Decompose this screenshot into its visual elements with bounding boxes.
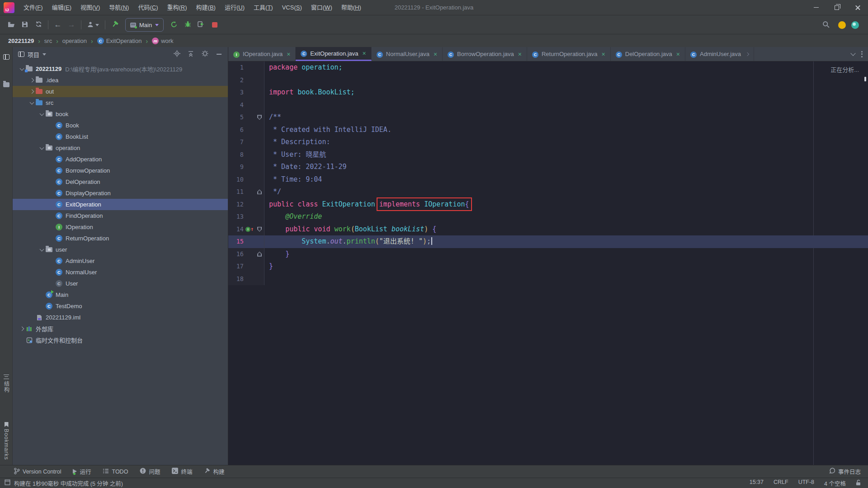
tree-item[interactable]: 外部库 <box>13 323 228 334</box>
stripe-bookmarks-tab[interactable]: Bookmarks <box>0 422 13 460</box>
editor-tab-ioperation-java[interactable]: IIOperation.java× <box>228 47 296 61</box>
minimize-button[interactable] <box>806 0 826 15</box>
code-line[interactable]: 13 @Override <box>228 211 868 223</box>
tree-item[interactable]: src <box>13 97 228 108</box>
stripe-project-tab[interactable] <box>0 54 13 60</box>
status-segment[interactable]: 15:37 <box>750 479 764 488</box>
tool-window-button-todo[interactable]: TODO <box>103 467 128 476</box>
close-button[interactable] <box>847 0 868 15</box>
collapse-all-button[interactable] <box>185 49 196 60</box>
code-line[interactable]: 6 * Created with IntelliJ IDEA. <box>228 124 868 136</box>
panel-settings-button[interactable] <box>199 49 210 60</box>
code-line[interactable]: 3import book.BookList; <box>228 86 868 99</box>
tree-expand-arrow[interactable] <box>38 249 45 251</box>
tab-close-icon[interactable]: × <box>518 51 522 57</box>
build-project-button[interactable] <box>108 18 122 32</box>
profile-avatar-icon[interactable] <box>838 21 846 29</box>
fold-marker-icon[interactable] <box>257 227 262 232</box>
tree-item[interactable]: CAdminUser <box>13 255 228 267</box>
stripe-structure-tab[interactable]: 结构 <box>0 375 13 393</box>
tree-expand-arrow[interactable] <box>28 79 35 82</box>
tree-item[interactable]: user <box>13 244 228 255</box>
run-configuration-select[interactable]: Main <box>125 18 164 32</box>
code-line[interactable]: 1package operation; <box>228 61 868 74</box>
status-segment[interactable]: CRLF <box>774 479 788 488</box>
tab-close-icon[interactable]: × <box>363 50 366 56</box>
code-line[interactable]: 7 * Description: <box>228 136 868 149</box>
editor-tab-returnoperation-java[interactable]: CReturnOperation.java× <box>527 47 611 61</box>
code-line[interactable]: 8 * User: 晓星航 <box>228 149 868 161</box>
tree-item[interactable]: IIOperation <box>13 221 228 233</box>
tool-window-button-[interactable]: 终端 <box>172 467 192 476</box>
status-segment[interactable]: 4 个空格 <box>824 479 846 488</box>
save-button[interactable] <box>18 18 32 32</box>
menu-item-n[interactable]: 导航(N) <box>104 0 133 15</box>
tree-item[interactable]: CTestDemo <box>13 300 228 312</box>
breadcrumb-item[interactable]: src <box>44 38 52 44</box>
tab-close-icon[interactable]: × <box>676 51 680 57</box>
menu-item-h[interactable]: 帮助(H) <box>337 0 366 15</box>
breadcrumb-item[interactable]: operation <box>62 38 87 44</box>
stop-button[interactable] <box>208 18 222 32</box>
implementing-method-icon[interactable]: I↑ <box>245 223 254 236</box>
tree-item[interactable]: out <box>13 86 228 97</box>
locate-file-button[interactable] <box>171 49 182 60</box>
code-editor[interactable]: 1package operation;23import book.BookLis… <box>228 61 868 465</box>
run-button[interactable] <box>167 18 181 32</box>
code-line[interactable]: 16 } <box>228 248 868 261</box>
tool-window-button-[interactable]: 构建 <box>204 467 224 476</box>
tree-expand-arrow[interactable] <box>18 68 25 70</box>
tree-item[interactable]: CReturnOperation <box>13 233 228 244</box>
tree-item[interactable]: CAddOperation <box>13 154 228 165</box>
tool-window-button-[interactable]: 运行 <box>73 467 91 476</box>
code-line[interactable]: 17} <box>228 260 868 273</box>
tree-item[interactable]: CBorrowOperation <box>13 165 228 176</box>
code-line[interactable]: 18 <box>228 273 868 286</box>
tree-item[interactable]: book <box>13 108 228 120</box>
sync-button[interactable] <box>32 18 45 32</box>
tree-item[interactable]: CDisplayOperation <box>13 188 228 199</box>
breadcrumb-item[interactable]: 20221129 <box>8 38 34 44</box>
tab-close-icon[interactable]: × <box>287 51 290 57</box>
code-line[interactable]: 2 <box>228 74 868 87</box>
fold-marker-icon[interactable] <box>257 115 262 120</box>
menu-item-v[interactable]: 视图(V) <box>76 0 104 15</box>
event-log-button[interactable]: 事件日志 <box>829 467 861 476</box>
fold-marker-icon[interactable] <box>257 189 262 194</box>
code-line[interactable]: 11 */ <box>228 186 868 198</box>
debug-button[interactable] <box>181 18 194 32</box>
menu-item-u[interactable]: 运行(U) <box>220 0 249 15</box>
menu-item-r[interactable]: 重构(R) <box>163 0 192 15</box>
tree-expand-arrow[interactable] <box>28 102 35 104</box>
menu-item-vcss[interactable]: VCS(S) <box>278 0 307 15</box>
editor-tab-adminuser-java[interactable]: CAdminUser.java <box>685 47 754 61</box>
menu-item-w[interactable]: 窗口(W) <box>307 0 337 15</box>
tree-item[interactable]: CNormalUser <box>13 267 228 278</box>
open-button[interactable] <box>5 18 18 32</box>
coverage-button[interactable] <box>194 18 208 32</box>
tree-item[interactable]: .idea <box>13 75 228 86</box>
tree-item[interactable]: CExitOperation <box>13 199 228 210</box>
code-line[interactable]: 5/** <box>228 111 868 124</box>
code-line[interactable]: 4 <box>228 99 868 112</box>
menu-item-e[interactable]: 编辑(E) <box>47 0 76 15</box>
editor-tab-borrowoperation-java[interactable]: CBorrowOperation.java× <box>443 47 527 61</box>
restore-button[interactable] <box>826 0 847 15</box>
profile-button[interactable] <box>84 18 102 32</box>
breadcrumb-item[interactable]: CExitOperation <box>97 38 142 44</box>
tree-expand-arrow[interactable] <box>38 113 45 115</box>
code-line[interactable]: 10 * Time: 9:04 <box>228 174 868 186</box>
editor-tab-exitoperation-java[interactable]: CExitOperation.java× <box>296 47 371 61</box>
tree-item[interactable]: CUser <box>13 278 228 289</box>
menu-item-b[interactable]: 构建(B) <box>192 0 220 15</box>
status-segment[interactable]: UTF-8 <box>798 479 814 488</box>
chevron-down-icon[interactable] <box>42 53 46 56</box>
hidden-tabs-button[interactable] <box>850 51 855 56</box>
tree-expand-arrow[interactable] <box>28 90 35 93</box>
forward-button[interactable]: → <box>65 18 78 32</box>
tool-window-button-versioncontrol[interactable]: Version Control <box>14 467 61 476</box>
search-everywhere-button[interactable] <box>819 18 833 32</box>
editor-tab-deloperation-java[interactable]: CDelOperation.java× <box>611 47 685 61</box>
code-line[interactable]: 9 * Date: 2022-11-29 <box>228 161 868 174</box>
code-line[interactable]: 14I↑ public void work(BookList bookList)… <box>228 223 868 236</box>
